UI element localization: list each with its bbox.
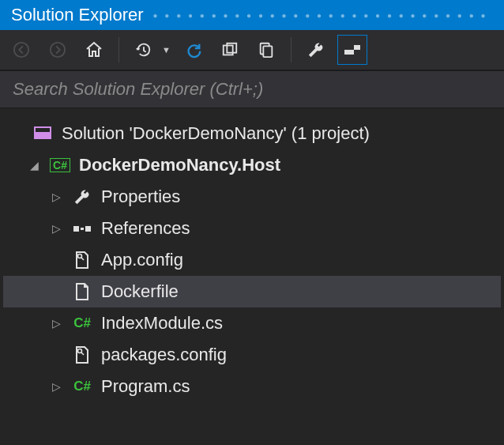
toolbar: ▼ xyxy=(0,30,504,70)
titlebar-grip: ● ● ● ● ● ● ● ● ● ● ● ● ● ● ● ● ● ● ● ● … xyxy=(153,11,493,20)
expander-closed-icon[interactable]: ▷ xyxy=(49,317,63,330)
tree-item[interactable]: ▷C#IndexModule.cs xyxy=(3,307,501,339)
search-input[interactable] xyxy=(0,71,504,107)
project-node[interactable]: ◢ C# DockerDemoNancy.Host xyxy=(3,149,501,181)
preview-icon xyxy=(344,45,360,55)
refresh-button[interactable] xyxy=(179,35,209,65)
show-all-files-button[interactable] xyxy=(251,35,281,65)
svg-point-14 xyxy=(78,349,82,353)
svg-rect-7 xyxy=(354,45,360,50)
preview-button[interactable] xyxy=(337,35,367,65)
tree-item[interactable]: ▷App.config xyxy=(3,244,501,276)
solution-node[interactable]: ▶ Solution 'DockerDemoNancy' (1 project) xyxy=(3,118,501,149)
tree-item[interactable]: ▷packages.config xyxy=(3,339,501,371)
svg-rect-10 xyxy=(73,226,79,232)
svg-rect-6 xyxy=(344,50,354,55)
tree-item[interactable]: ▷References xyxy=(3,213,501,244)
titlebar: Solution Explorer ● ● ● ● ● ● ● ● ● ● ● … xyxy=(0,0,504,30)
svg-rect-12 xyxy=(85,226,91,232)
svg-rect-11 xyxy=(81,228,84,230)
home-button[interactable] xyxy=(79,35,109,65)
csfile-icon: C# xyxy=(71,315,93,331)
tree-item[interactable]: ▷Dockerfile xyxy=(3,276,501,307)
refs-icon xyxy=(71,223,93,234)
tree-item[interactable]: ▷Properties xyxy=(3,181,501,213)
config-icon xyxy=(71,345,93,364)
csfile-icon: C# xyxy=(71,379,93,394)
toolbar-separator xyxy=(118,37,119,62)
forward-icon xyxy=(49,41,66,58)
tree-item-label: Program.cs xyxy=(101,376,190,397)
tree-item-label: IndexModule.cs xyxy=(101,313,223,334)
svg-rect-5 xyxy=(263,46,272,57)
wrench-icon xyxy=(71,188,93,206)
history-icon xyxy=(135,41,152,58)
tree-item-label: Properties xyxy=(101,187,180,207)
tree-item-label: Dockerfile xyxy=(101,281,179,302)
panel-title: Solution Explorer xyxy=(11,5,144,25)
svg-rect-3 xyxy=(227,43,236,53)
svg-point-0 xyxy=(14,43,28,57)
svg-point-1 xyxy=(51,43,65,57)
forward-button[interactable] xyxy=(43,35,73,65)
solution-label: Solution 'DockerDemoNancy' (1 project) xyxy=(62,123,370,144)
svg-point-13 xyxy=(78,255,82,258)
wrench-icon xyxy=(307,41,325,58)
properties-button[interactable] xyxy=(301,35,331,65)
svg-rect-9 xyxy=(35,132,51,138)
solution-tree: ▶ Solution 'DockerDemoNancy' (1 project)… xyxy=(0,108,504,412)
back-icon xyxy=(13,41,30,58)
back-button[interactable] xyxy=(6,35,36,65)
refresh-icon xyxy=(185,41,202,58)
history-dropdown-icon[interactable]: ▼ xyxy=(162,45,171,55)
project-label: DockerDemoNancy.Host xyxy=(79,155,280,175)
file-icon xyxy=(71,282,93,301)
csharp-project-icon: C# xyxy=(49,158,71,172)
history-button[interactable] xyxy=(129,35,159,65)
expander-closed-icon[interactable]: ▷ xyxy=(49,222,63,235)
tree-item-label: App.config xyxy=(101,250,183,270)
tree-item-label: packages.config xyxy=(101,345,227,365)
tree-item-label: References xyxy=(101,218,190,239)
collapse-all-button[interactable] xyxy=(215,35,245,65)
search-bar xyxy=(0,70,504,108)
toolbar-separator xyxy=(291,37,291,62)
home-icon xyxy=(85,40,103,59)
svg-rect-2 xyxy=(224,46,233,55)
tree-item[interactable]: ▷C#Program.cs xyxy=(3,371,501,402)
config-icon xyxy=(71,251,93,270)
show-all-files-icon xyxy=(258,41,275,58)
expander-closed-icon[interactable]: ▷ xyxy=(49,190,63,203)
expander-closed-icon[interactable]: ▷ xyxy=(49,380,63,393)
solution-icon xyxy=(32,126,54,141)
collapse-all-icon xyxy=(221,41,239,58)
expander-open-icon[interactable]: ◢ xyxy=(27,159,41,172)
